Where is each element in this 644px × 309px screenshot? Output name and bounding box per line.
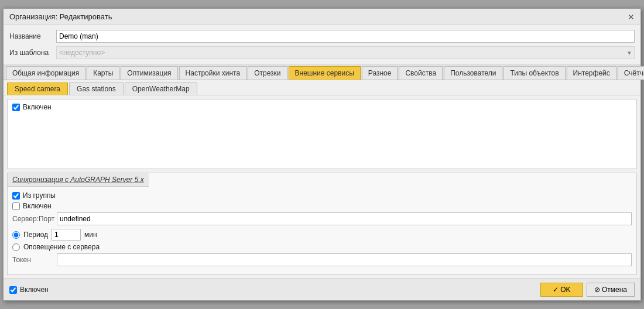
notify-radio[interactable] [12, 243, 20, 251]
sub-tabs: Speed camera Gas stations OpenWeatherMap [4, 80, 640, 95]
period-input[interactable] [52, 229, 81, 241]
period-row: Период мин [12, 229, 632, 241]
cancel-label: ⊘ Отмена [594, 286, 627, 294]
from-group-checkbox[interactable] [12, 192, 20, 200]
sync-panel: Синхронизация с AutoGRAPH Server 5.x Из … [7, 173, 637, 275]
template-label: Из шаблона [9, 49, 56, 57]
sync-enabled-row: Включен [12, 202, 632, 210]
template-row: Из шаблона <недоступно> ▼ [9, 46, 635, 59]
speed-camera-enabled-label: Включен [23, 103, 52, 111]
tab-users[interactable]: Пользователи [444, 66, 502, 80]
period-radio[interactable] [12, 231, 20, 239]
footer-left: Включен [9, 286, 49, 294]
tab-maps[interactable]: Карты [87, 66, 119, 80]
main-dialog: Организация: Редактировать ✕ Название Из… [3, 8, 641, 301]
period-unit-label: мин [84, 231, 97, 239]
ok-label: ✓ OK [553, 286, 571, 294]
ok-button[interactable]: ✓ OK [540, 283, 583, 297]
notify-radio-label: Оповещение с сервера [23, 243, 100, 251]
content-area: Speed camera Gas stations OpenWeatherMap… [4, 80, 640, 279]
sync-enabled-checkbox[interactable] [12, 202, 20, 210]
server-port-row: Сервер:Порт [12, 212, 632, 225]
sync-title[interactable]: Синхронизация с AutoGRAPH Server 5.x [8, 173, 149, 187]
close-button[interactable]: ✕ [628, 13, 635, 21]
template-select[interactable]: <недоступно> [56, 46, 635, 59]
footer-right: ✓ OK ⊘ Отмена [540, 283, 635, 297]
title-bar: Организация: Редактировать ✕ [4, 9, 640, 25]
tab-external[interactable]: Внешние сервисы [289, 66, 361, 80]
sync-enabled-label: Включен [23, 202, 52, 210]
sync-body: Из группы Включен Сервер:Порт [8, 187, 636, 274]
token-row: Токен [12, 253, 632, 266]
tab-counters[interactable]: Счётчики пробега и моточасов [618, 66, 644, 80]
tab-object-types[interactable]: Типы объектов [503, 66, 565, 80]
dialog-title: Организация: Редактировать [9, 12, 112, 21]
from-group-label: Из группы [23, 191, 56, 200]
server-port-input[interactable] [57, 212, 632, 225]
server-port-label: Сервер:Порт [12, 215, 53, 223]
tab-interface[interactable]: Интерфейс [567, 66, 616, 80]
notify-row: Оповещение с сервера [12, 243, 632, 251]
name-input[interactable] [56, 30, 635, 43]
footer-enabled-label: Включен [20, 286, 49, 294]
dialog-footer: Включен ✓ OK ⊘ Отмена [4, 279, 640, 300]
tab-general[interactable]: Общая информация [6, 66, 85, 80]
name-label: Название [9, 32, 56, 40]
tab-content: Включен Синхронизация с AutoGRAPH Server… [4, 95, 640, 279]
form-section: Название Из шаблона <недоступно> ▼ [4, 25, 640, 64]
subtab-gas-stations[interactable]: Gas stations [69, 83, 124, 95]
speed-camera-enabled-row: Включен [12, 103, 632, 111]
main-tabs: Общая информация Карты Оптимизация Настр… [4, 64, 640, 80]
speed-camera-panel: Включен [7, 99, 637, 169]
from-group-row: Из группы [12, 191, 632, 200]
tab-properties[interactable]: Свойства [399, 66, 443, 80]
token-label: Токен [12, 256, 53, 264]
template-select-wrap: <недоступно> ▼ [56, 46, 635, 59]
token-input[interactable] [57, 253, 632, 266]
footer-enabled-checkbox[interactable] [9, 286, 17, 294]
period-radio-label: Период [23, 231, 48, 239]
name-row: Название [9, 30, 635, 43]
tab-optimization[interactable]: Оптимизация [121, 66, 177, 80]
subtab-speed-camera[interactable]: Speed camera [7, 83, 68, 95]
tab-hint[interactable]: Настройки хинта [179, 66, 247, 80]
tab-segments[interactable]: Отрезки [248, 66, 287, 80]
speed-camera-enabled-checkbox[interactable] [12, 104, 20, 111]
cancel-button[interactable]: ⊘ Отмена [587, 283, 635, 297]
tab-misc[interactable]: Разное [362, 66, 398, 80]
subtab-openweathermap[interactable]: OpenWeatherMap [125, 83, 197, 95]
